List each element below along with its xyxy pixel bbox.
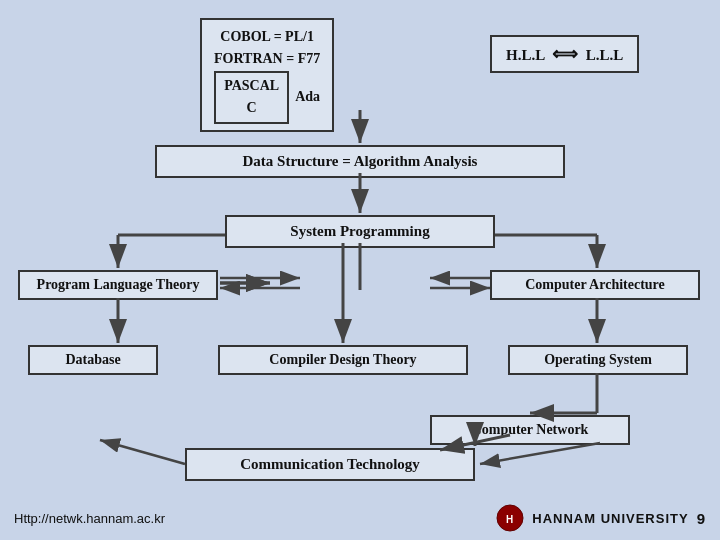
- hll-box: H.L.L ⟺ L.L.L: [490, 35, 639, 73]
- footer-university: H HANNAM UNIVERSITY 9: [496, 504, 706, 532]
- communication-technology-node: Communication Technology: [185, 448, 475, 481]
- hannam-logo-icon: H: [496, 504, 524, 532]
- page-number: 9: [697, 510, 706, 527]
- svg-line-23: [480, 443, 600, 464]
- computer-network-node: Computer Network: [430, 415, 630, 445]
- program-language-theory-node: Program Language Theory: [18, 270, 218, 300]
- computer-architecture-node: Computer Architecture: [490, 270, 700, 300]
- slide: COBOL = PL/1 FORTRAN = F77 PASCAL C Ada …: [0, 0, 720, 540]
- footer-url: Http://netwk.hannam.ac.kr: [14, 511, 165, 526]
- footer: Http://netwk.hannam.ac.kr H HANNAM UNIVE…: [0, 504, 720, 532]
- svg-line-25: [100, 440, 185, 464]
- compiler-design-theory-node: Compiler Design Theory: [218, 345, 468, 375]
- data-structure-node: Data Structure = Algorithm Analysis: [155, 145, 565, 178]
- code-box: COBOL = PL/1 FORTRAN = F77 PASCAL C Ada: [200, 18, 334, 132]
- operating-system-node: Operating System: [508, 345, 688, 375]
- svg-text:H: H: [506, 514, 514, 525]
- database-node: Database: [28, 345, 158, 375]
- system-programming-node: System Programming: [225, 215, 495, 248]
